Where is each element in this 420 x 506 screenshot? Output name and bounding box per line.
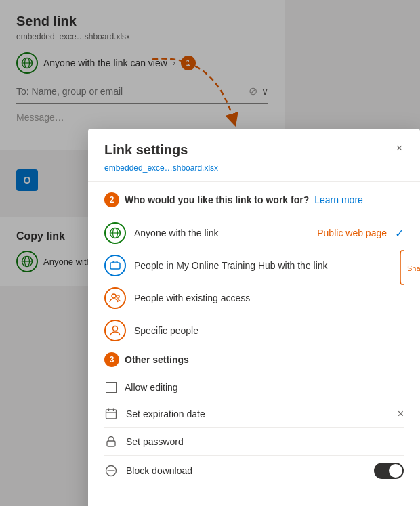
option-existing-icon [104,287,126,309]
badge-3: 3 [104,352,119,367]
svg-rect-14 [106,410,117,419]
svg-rect-18 [107,441,115,446]
sharepoint-brace-svg: SharePoint/Teams [400,251,420,315]
svg-point-11 [117,295,119,298]
options-section: Anyone with the link Public web page ✓ P… [104,217,404,347]
calendar-icon [104,407,118,421]
modal-footer: Apply Cancel [88,497,420,506]
expiration-clear-button[interactable]: × [398,408,404,420]
modal-body: 2 Who would you like this link to work f… [88,182,420,497]
option-anyone[interactable]: Anyone with the link Public web page ✓ [104,217,404,249]
svg-point-12 [113,326,118,331]
modal-header: Link settings × [88,129,420,163]
block-icon [104,464,118,478]
option-specific[interactable]: Specific people [104,314,404,347]
svg-point-10 [112,294,116,298]
option-org[interactable]: People in My Online Training Hub with th… [104,249,404,282]
option-org-icon [104,255,126,276]
modal-filename: embedded_exce…shboard.xlsx [88,163,420,181]
option-org-label: People in My Online Training Hub with th… [134,260,404,271]
option-anyone-sublabel: Public web page [317,228,387,238]
option-specific-icon [104,320,126,341]
badge-2: 2 [104,192,119,207]
section-question: 2 Who would you like this link to work f… [104,192,404,207]
lock-icon [104,435,118,448]
option-anyone-check: ✓ [395,227,404,240]
allow-editing-checkbox[interactable] [106,382,117,393]
option-existing-label: People with existing access [134,293,404,303]
other-settings-label: Other settings [125,354,189,365]
block-download-label: Block download [126,465,366,476]
option-existing[interactable]: People with existing access [104,282,404,314]
allow-editing-label: Allow editing [125,382,404,393]
modal-close-button[interactable]: × [395,141,404,156]
svg-rect-9 [110,263,120,269]
other-settings-header: 3 Other settings [104,352,404,367]
expiration-label: Set expiration date [126,408,390,419]
modal-title: Link settings [104,142,188,158]
block-download-toggle[interactable] [374,463,404,479]
toggle-thumb [389,464,402,478]
option-specific-label: Specific people [134,325,404,336]
link-settings-modal: Link settings × embedded_exce…shboard.xl… [88,129,420,506]
learn-more-link[interactable]: Learn more [314,194,363,205]
settings-row-block: Block download [104,456,404,486]
settings-row-expiration: Set expiration date × [104,400,404,428]
question-text: Who would you like this link to work for… [125,194,309,205]
password-label: Set password [126,436,404,447]
settings-row-editing: Allow editing [104,375,404,400]
settings-row-password: Set password [104,428,404,456]
svg-text:SharePoint/Teams: SharePoint/Teams [407,264,420,272]
option-globe-icon [104,222,126,244]
option-anyone-label: Anyone with the link [134,228,303,238]
